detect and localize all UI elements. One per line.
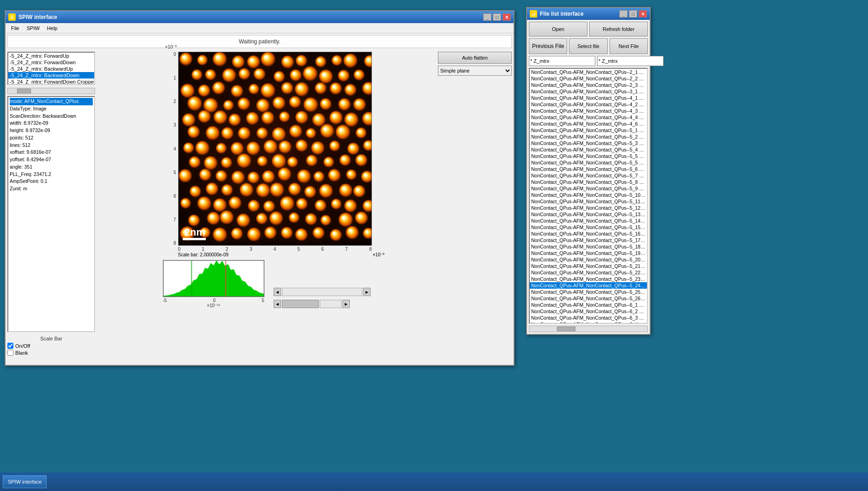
maximize-button[interactable]: □ [493,13,501,21]
scale-bar-value: Scale bar: 2.000000e-09 [178,252,229,257]
file-list-item[interactable]: NonContact_QPus-AFM_NonContact_QPus--5_1… [530,218,647,224]
scroll-track-1[interactable] [282,288,362,296]
fw-minimize[interactable]: _ [619,10,628,18]
file-list-item[interactable]: NonContact_QPus-AFM_NonContact_QPus--5_1… [530,192,647,198]
file-list-item[interactable]: NonContact_QPus-AFM_NonContact_QPus--5_1… [530,205,647,211]
refresh-button[interactable]: Refresh folder [589,22,648,36]
x-axis-label: 8 [369,247,372,252]
scan-list-item[interactable]: -5_24_Z_mtrx: BackwardUp [8,66,94,72]
file-list-item[interactable]: NonContact_QPus-AFM_NonContact_QPus--5_2… [530,276,647,282]
scan-list-item[interactable]: -5_24_Z_mtrx: BackwardDown [8,72,94,79]
nav-btn-row: Previous File Select file Next File [529,38,648,54]
open-button[interactable]: Open [529,22,587,36]
blank-checkbox[interactable] [7,350,13,356]
next-file-button[interactable]: Next File [610,38,648,54]
file-list-item[interactable]: NonContact_QPus-AFM_NonContact_QPus--6_1… [530,302,647,308]
info-box-item: height: 8.9732e-09 [10,127,93,134]
file-list-item[interactable]: NonContact_QPus-AFM_NonContact_QPus--5_2… [530,282,647,289]
file-list-item[interactable]: NonContact_QPus-AFM_NonContact_QPus--4_2… [530,101,647,108]
minimize-button[interactable]: _ [483,13,491,21]
scan-list-scrollbar[interactable] [7,88,95,94]
menu-spiw[interactable]: SPIW [23,24,43,32]
x-axis-label: 3 [250,247,252,252]
close-button[interactable]: ✕ [503,13,511,21]
scroll-track-2[interactable] [320,300,341,308]
file-list-item[interactable]: NonContact_QPus-AFM_NonContact_QPus--5_1… [530,211,647,218]
x-axis-label: 0 [178,247,181,252]
scan-list-item[interactable]: -5_24_Z_mtrx: ForwardDown Cropped [8,79,94,85]
h-scrollbar-2[interactable]: ◀ ▶ [274,300,371,308]
file-list-item[interactable]: NonContact_QPus-AFM_NonContact_QPus--4_6… [530,121,647,127]
file-list-titlebar: 📁 File list interface _ □ ✕ [527,8,650,20]
fw-maximize[interactable]: □ [629,10,637,18]
file-list-item[interactable]: NonContact_QPus-AFM_NonContact_QPus--5_2… [530,269,647,276]
scroll-left-1[interactable]: ◀ [274,288,281,296]
file-list-item[interactable]: NonContact_QPus-AFM_NonContact_QPus--5_2… [530,289,647,295]
scroll-right-1[interactable]: ▶ [363,288,371,296]
h-scrollbar-1[interactable]: ◀ ▶ [274,288,371,296]
file-list-item[interactable]: NonContact_QPus-AFM_NonContact_QPus--3_1… [530,88,647,95]
file-list-item[interactable]: NonContact_QPus-AFM_NonContact_QPus--4_3… [530,108,647,114]
right-panel: Auto flatten Simple plane [438,52,512,357]
on-off-checkbox[interactable] [7,343,13,349]
file-list-item[interactable]: NonContact_QPus-AFM_NonContact_QPus--5_7… [530,172,647,179]
select-file-button[interactable]: Select file [569,38,607,54]
file-list-item[interactable]: NonContact_QPus-AFM_NonContact_QPus--5_1… [530,237,647,243]
x-axis: 012345678 [178,247,372,252]
file-list-item[interactable]: NonContact_QPus-AFM_NonContact_QPus--5_9… [530,185,647,192]
file-list-item[interactable]: NonContact_QPus-AFM_NonContact_QPus--5_5… [530,159,647,166]
file-list-item[interactable]: NonContact_QPus-AFM_NonContact_QPus--5_1… [530,198,647,205]
file-list-item[interactable]: NonContact_QPus-AFM_NonContact_QPus--5_6… [530,166,647,172]
file-list-item[interactable]: NonContact_QPus-AFM_NonContact_QPus--6_2… [530,308,647,315]
on-off-row: On/Off [7,343,95,349]
spiw-titlebar: S SPIW interface _ □ ✕ [6,11,514,23]
file-list-item[interactable]: NonContact_QPus-AFM_NonContact_QPus--5_8… [530,179,647,185]
file-list-item[interactable]: NonContact_QPus-AFM_NonContact_QPus--4_1… [530,95,647,101]
file-list-item[interactable]: NonContact_QPus-AFM_NonContact_QPus--5_2… [530,295,647,302]
file-list-item[interactable]: NonContact_QPus-AFM_NonContact_QPus--5_2… [530,263,647,269]
menu-help[interactable]: Help [43,24,61,32]
taskbar-spiw[interactable]: SPIW interface [3,475,47,488]
scan-file-list[interactable]: -5_24_Z_mtrx: ForwardUp-5_24_Z_mtrx: For… [7,52,95,85]
info-box-item: PLL_Freq: 23471.2 [10,171,93,178]
histogram [163,260,264,297]
menu-file[interactable]: File [7,24,23,32]
hist-x-axis: -505 [163,298,264,303]
file-list-item[interactable]: NonContact_QPus-AFM_NonContact_QPus--5_1… [530,250,647,256]
file-list-item[interactable]: NonContact_QPus-AFM_NonContact_QPus--5_2… [530,256,647,263]
file-list-item[interactable]: NonContact_QPus-AFM_NonContact_QPus--5_1… [530,243,647,250]
file-list-item[interactable]: NonContact_QPus-AFM_NonContact_QPus--5_1… [530,224,647,230]
file-list-item[interactable]: NonContact_QPus-AFM_NonContact_QPus--5_3… [530,140,647,146]
file-list-item[interactable]: NonContact_QPus-AFM_NonContact_QPus--2_3… [530,82,647,88]
x-axis-label: 4 [274,247,276,252]
file-list-item[interactable]: NonContact_QPus-AFM_NonContact_QPus--5_5… [530,153,647,159]
filter-input-2[interactable] [597,56,664,66]
x-axis-label: 1 [202,247,204,252]
scan-list-item[interactable]: -5_24_Z_mtrx: ForwardDown [8,59,94,66]
file-list-main[interactable]: NonContact_QPus-AFM_NonContact_QPus--2_1… [529,68,648,324]
file-list-item[interactable]: NonContact_QPus-AFM_NonContact_QPus--5_4… [530,146,647,153]
scroll-left-2[interactable]: ◀ [274,300,281,308]
file-list-item[interactable]: NonContact_QPus-AFM_NonContact_QPus--2_1… [530,69,647,75]
plane-select[interactable]: Simple plane [438,66,512,76]
file-list-item[interactable]: NonContact_QPus-AFM_NonContact_QPus--2_2… [530,75,647,82]
file-list-item[interactable]: NonContact_QPus-AFM_NonContact_QPus--5_1… [530,230,647,237]
auto-flatten-button[interactable]: Auto flatten [438,52,512,64]
file-list-scrollbar[interactable] [529,326,648,332]
y-axis-label: 1 [165,75,176,80]
info-box: mode: AFM_NonContact_QPlusDataType: Imag… [7,96,95,332]
scan-list-item[interactable]: -5_24_Z_mtrx: ForwardUp [8,53,94,59]
previous-file-button[interactable]: Previous File [529,38,567,54]
file-list-item[interactable]: NonContact_QPus-AFM_NonContact_QPus--5_1… [530,127,647,133]
y-axis-label: 8 [165,241,176,246]
file-list-item[interactable]: NonContact_QPus-AFM_NonContact_QPus--5_2… [530,133,647,140]
file-list-item[interactable]: NonContact_QPus-AFM_NonContact_QPus--6_4… [530,321,647,324]
y-axis-label: 0 [165,52,176,57]
fw-close[interactable]: ✕ [639,10,647,18]
scroll-right-2[interactable]: ▶ [342,300,350,308]
image-area: ×10⁻⁹ 012345678 2nm 012345678 [97,52,436,308]
file-list-item[interactable]: NonContact_QPus-AFM_NonContact_QPus--4_4… [530,114,647,121]
filter-input-1[interactable] [529,56,595,66]
file-list-item[interactable]: NonContact_QPus-AFM_NonContact_QPus--6_3… [530,315,647,321]
info-box-item: width: 8.9732e-09 [10,120,93,127]
